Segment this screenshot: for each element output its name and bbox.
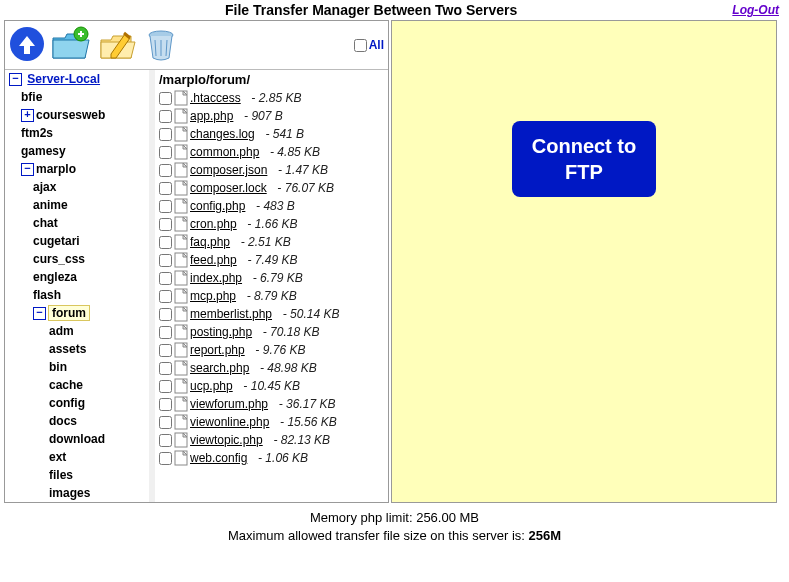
file-name[interactable]: feed.php: [190, 253, 237, 267]
file-row[interactable]: changes.log - 541 B: [159, 125, 384, 143]
file-row[interactable]: common.php - 4.85 KB: [159, 143, 384, 161]
minus-icon[interactable]: −: [21, 163, 34, 176]
tree-item[interactable]: docs: [9, 412, 149, 430]
file-row[interactable]: app.php - 907 B: [159, 107, 384, 125]
file-name[interactable]: web.config: [190, 451, 247, 465]
file-row[interactable]: viewforum.php - 36.17 KB: [159, 395, 384, 413]
file-checkbox[interactable]: [159, 308, 172, 321]
new-folder-icon[interactable]: [51, 26, 91, 65]
tree-item[interactable]: ext: [9, 448, 149, 466]
file-name[interactable]: mcp.php: [190, 289, 236, 303]
file-checkbox[interactable]: [159, 182, 172, 195]
tree-item[interactable]: anime: [9, 196, 149, 214]
file-checkbox[interactable]: [159, 128, 172, 141]
file-name[interactable]: viewtopic.php: [190, 433, 263, 447]
file-name[interactable]: search.php: [190, 361, 249, 375]
file-name[interactable]: .htaccess: [190, 91, 241, 105]
file-row[interactable]: composer.json - 1.47 KB: [159, 161, 384, 179]
tree-item[interactable]: bin: [9, 358, 149, 376]
file-name[interactable]: index.php: [190, 271, 242, 285]
select-all-checkbox[interactable]: [354, 39, 367, 52]
connect-ftp-button[interactable]: Connect toFTP: [512, 121, 656, 197]
file-row[interactable]: web.config - 1.06 KB: [159, 449, 384, 467]
select-all[interactable]: All: [350, 36, 384, 55]
tree-root[interactable]: Server-Local: [27, 72, 100, 86]
file-checkbox[interactable]: [159, 416, 172, 429]
trash-icon[interactable]: [143, 26, 179, 65]
file-row[interactable]: composer.lock - 76.07 KB: [159, 179, 384, 197]
tree-item[interactable]: +coursesweb: [9, 106, 149, 124]
tree-item[interactable]: assets: [9, 340, 149, 358]
file-name[interactable]: common.php: [190, 145, 259, 159]
file-checkbox[interactable]: [159, 434, 172, 447]
file-checkbox[interactable]: [159, 272, 172, 285]
tree-item[interactable]: images: [9, 484, 149, 502]
file-name[interactable]: composer.lock: [190, 181, 267, 195]
file-checkbox[interactable]: [159, 326, 172, 339]
file-checkbox[interactable]: [159, 380, 172, 393]
tree-item[interactable]: curs_css: [9, 250, 149, 268]
file-row[interactable]: cron.php - 1.66 KB: [159, 215, 384, 233]
tree-item[interactable]: cugetari: [9, 232, 149, 250]
tree-item[interactable]: files: [9, 466, 149, 484]
tree-item[interactable]: download: [9, 430, 149, 448]
tree-item[interactable]: −forum: [9, 304, 149, 322]
file-checkbox[interactable]: [159, 362, 172, 375]
file-row[interactable]: ucp.php - 10.45 KB: [159, 377, 384, 395]
tree-item[interactable]: flash: [9, 286, 149, 304]
file-name[interactable]: viewonline.php: [190, 415, 269, 429]
folder-tree[interactable]: − Server-Local bfie+courseswebftm2sgames…: [5, 70, 155, 502]
tree-item[interactable]: ftm2s: [9, 124, 149, 142]
arrow-icon[interactable]: [9, 26, 45, 65]
file-name[interactable]: report.php: [190, 343, 245, 357]
file-name[interactable]: app.php: [190, 109, 233, 123]
file-name[interactable]: posting.php: [190, 325, 252, 339]
file-row[interactable]: report.php - 9.76 KB: [159, 341, 384, 359]
tree-item[interactable]: config: [9, 394, 149, 412]
file-checkbox[interactable]: [159, 398, 172, 411]
tree-item[interactable]: bfie: [9, 88, 149, 106]
edit-folder-icon[interactable]: [97, 26, 137, 65]
file-checkbox[interactable]: [159, 218, 172, 231]
logout-link[interactable]: Log-Out: [732, 3, 779, 17]
file-name[interactable]: faq.php: [190, 235, 230, 249]
minus-icon[interactable]: −: [33, 307, 46, 320]
file-name[interactable]: ucp.php: [190, 379, 233, 393]
tree-item[interactable]: −marplo: [9, 160, 149, 178]
file-checkbox[interactable]: [159, 344, 172, 357]
tree-item[interactable]: chat: [9, 214, 149, 232]
file-row[interactable]: viewonline.php - 15.56 KB: [159, 413, 384, 431]
file-row[interactable]: posting.php - 70.18 KB: [159, 323, 384, 341]
minus-icon[interactable]: −: [9, 73, 22, 86]
file-row[interactable]: memberlist.php - 50.14 KB: [159, 305, 384, 323]
file-checkbox[interactable]: [159, 146, 172, 159]
tree-item[interactable]: cache: [9, 376, 149, 394]
file-checkbox[interactable]: [159, 452, 172, 465]
file-checkbox[interactable]: [159, 110, 172, 123]
file-row[interactable]: .htaccess - 2.85 KB: [159, 89, 384, 107]
file-row[interactable]: viewtopic.php - 82.13 KB: [159, 431, 384, 449]
file-checkbox[interactable]: [159, 164, 172, 177]
file-name[interactable]: changes.log: [190, 127, 255, 141]
file-checkbox[interactable]: [159, 254, 172, 267]
file-checkbox[interactable]: [159, 236, 172, 249]
file-checkbox[interactable]: [159, 92, 172, 105]
file-checkbox[interactable]: [159, 290, 172, 303]
file-name[interactable]: cron.php: [190, 217, 237, 231]
tree-item[interactable]: adm: [9, 322, 149, 340]
file-row[interactable]: config.php - 483 B: [159, 197, 384, 215]
file-name[interactable]: composer.json: [190, 163, 267, 177]
file-row[interactable]: index.php - 6.79 KB: [159, 269, 384, 287]
file-name[interactable]: memberlist.php: [190, 307, 272, 321]
file-row[interactable]: search.php - 48.98 KB: [159, 359, 384, 377]
tree-item[interactable]: ajax: [9, 178, 149, 196]
file-row[interactable]: feed.php - 7.49 KB: [159, 251, 384, 269]
file-checkbox[interactable]: [159, 200, 172, 213]
file-name[interactable]: config.php: [190, 199, 245, 213]
plus-icon[interactable]: +: [21, 109, 34, 122]
tree-item[interactable]: engleza: [9, 268, 149, 286]
tree-item[interactable]: gamesy: [9, 142, 149, 160]
file-name[interactable]: viewforum.php: [190, 397, 268, 411]
file-row[interactable]: faq.php - 2.51 KB: [159, 233, 384, 251]
file-row[interactable]: mcp.php - 8.79 KB: [159, 287, 384, 305]
